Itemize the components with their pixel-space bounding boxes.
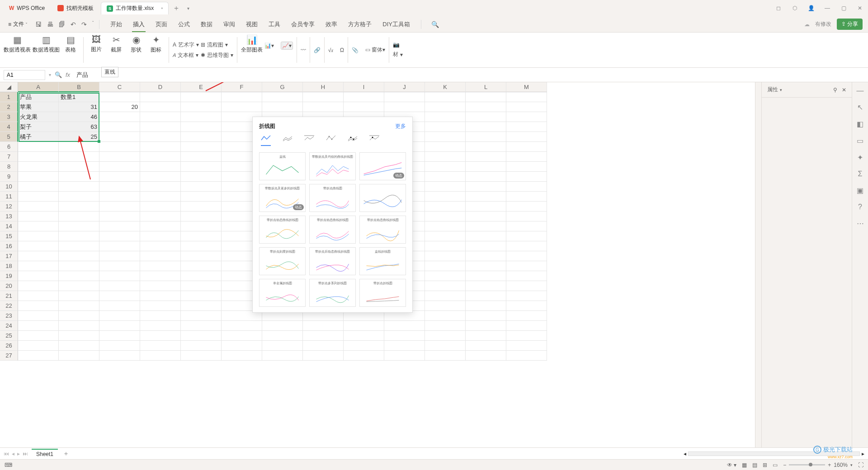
search-icon[interactable]: 🔍: [427, 21, 443, 28]
cell-L12[interactable]: [466, 202, 506, 212]
cell-L24[interactable]: [466, 321, 506, 331]
view-page-icon[interactable]: ▤: [752, 462, 757, 468]
row-header-10[interactable]: 10: [0, 182, 18, 192]
cell-B7[interactable]: [59, 152, 99, 162]
cell-C24[interactable]: [99, 321, 140, 331]
cell-B17[interactable]: [59, 251, 99, 261]
cell-A7[interactable]: [18, 152, 59, 162]
zoom-slider[interactable]: [789, 464, 825, 465]
chart-thumb-10[interactable]: 带折点后动态曲线折线图: [309, 247, 356, 275]
app-tab[interactable]: W WPS Office: [4, 2, 50, 14]
menu-tab-11[interactable]: DIY工具箱: [377, 18, 415, 31]
cell-L19[interactable]: [466, 271, 506, 281]
cell-D21[interactable]: [140, 291, 181, 301]
cell-C10[interactable]: [99, 182, 140, 192]
row-header-18[interactable]: 18: [0, 261, 18, 271]
cell-B19[interactable]: [59, 271, 99, 281]
cell-E13[interactable]: [181, 212, 222, 221]
cell-D26[interactable]: [140, 341, 181, 351]
chart-thumb-4[interactable]: 带折点曲线图: [309, 184, 356, 212]
screenshot-button[interactable]: ✂截屏: [107, 34, 125, 66]
cell-B18[interactable]: [59, 261, 99, 271]
cell-B25[interactable]: [59, 331, 99, 341]
cell-K9[interactable]: [425, 172, 466, 182]
column-chart-icon[interactable]: 📊▾: [264, 42, 274, 49]
hscroll-left-icon[interactable]: ◂: [684, 451, 686, 457]
vertical-scrollbar[interactable]: [755, 82, 761, 447]
cell-A2[interactable]: 苹果: [18, 102, 59, 112]
cell-B24[interactable]: [59, 321, 99, 331]
cube-icon[interactable]: ⬡: [790, 5, 799, 11]
cell-C5[interactable]: [99, 132, 140, 142]
add-sheet-button[interactable]: ＋: [61, 450, 71, 458]
cell-E14[interactable]: [181, 221, 222, 231]
cell-M7[interactable]: [506, 152, 547, 162]
cell-E23[interactable]: [181, 311, 222, 321]
cell-D17[interactable]: [140, 251, 181, 261]
cell-G2[interactable]: [262, 102, 303, 112]
cell-C4[interactable]: [99, 122, 140, 132]
cell-F2[interactable]: [222, 102, 262, 112]
cell-D6[interactable]: [140, 142, 181, 152]
cell-K10[interactable]: [425, 182, 466, 192]
sheet-tab-1[interactable]: Sheet1: [32, 449, 58, 459]
row-header-21[interactable]: 21: [0, 291, 18, 301]
pin-icon[interactable]: ⚲: [833, 87, 837, 93]
cell-E20[interactable]: [181, 281, 222, 291]
cell-B11[interactable]: [59, 192, 99, 202]
chart-thumb-8[interactable]: 带折点动态曲线折线图: [359, 216, 406, 244]
cell-D5[interactable]: [140, 132, 181, 142]
col-header-B[interactable]: B: [59, 82, 99, 92]
cell-M22[interactable]: [506, 301, 547, 311]
row-header-17[interactable]: 17: [0, 251, 18, 261]
cell-M4[interactable]: [506, 122, 547, 132]
row-header-24[interactable]: 24: [0, 321, 18, 331]
menu-tab-7[interactable]: 工具: [263, 18, 286, 31]
formula-input[interactable]: 产品: [74, 70, 864, 80]
cell-M1[interactable]: [506, 92, 547, 102]
cell-G24[interactable]: [262, 321, 303, 331]
cell-A20[interactable]: [18, 281, 59, 291]
cell-K5[interactable]: [425, 132, 466, 142]
row-header-8[interactable]: 8: [0, 162, 18, 172]
cell-A6[interactable]: [18, 142, 59, 152]
cell-A19[interactable]: [18, 271, 59, 281]
line-markers-tab[interactable]: [326, 135, 336, 146]
col-header-I[interactable]: I: [344, 82, 384, 92]
cell-K12[interactable]: [425, 202, 466, 212]
cell-L11[interactable]: [466, 192, 506, 202]
cell-L23[interactable]: [466, 311, 506, 321]
col-header-E[interactable]: E: [181, 82, 222, 92]
line-stacked-tab[interactable]: [283, 135, 292, 146]
wordart-button[interactable]: A艺术字 ▾: [173, 41, 199, 49]
cell-C21[interactable]: [99, 291, 140, 301]
cell-C26[interactable]: [99, 341, 140, 351]
row-header-12[interactable]: 12: [0, 202, 18, 212]
cell-A11[interactable]: [18, 192, 59, 202]
cell-B20[interactable]: [59, 281, 99, 291]
cell-L9[interactable]: [466, 172, 506, 182]
help-icon[interactable]: ?: [858, 203, 862, 211]
cell-M14[interactable]: [506, 221, 547, 231]
cell-M2[interactable]: [506, 102, 547, 112]
cell-C27[interactable]: [99, 351, 140, 361]
cell-E17[interactable]: [181, 251, 222, 261]
cell-D24[interactable]: [140, 321, 181, 331]
cell-B1[interactable]: 数量1: [59, 92, 99, 102]
cell-D14[interactable]: [140, 221, 181, 231]
cell-A22[interactable]: [18, 301, 59, 311]
cell-E6[interactable]: [181, 142, 222, 152]
cell-E3[interactable]: [181, 112, 222, 122]
cell-E9[interactable]: [181, 172, 222, 182]
row-header-27[interactable]: 27: [0, 351, 18, 361]
row-header-13[interactable]: 13: [0, 212, 18, 221]
line-basic-tab[interactable]: [261, 135, 271, 146]
chart-thumb-7[interactable]: 带折点动态曲线折线图: [309, 216, 356, 244]
menu-tab-10[interactable]: 方方格子: [343, 18, 377, 31]
attachment-icon[interactable]: 📎: [352, 47, 359, 53]
shape-button[interactable]: ◉形状: [127, 34, 145, 66]
cell-M26[interactable]: [506, 341, 547, 351]
cell-D11[interactable]: [140, 192, 181, 202]
cell-B13[interactable]: [59, 212, 99, 221]
cell-M23[interactable]: [506, 311, 547, 321]
